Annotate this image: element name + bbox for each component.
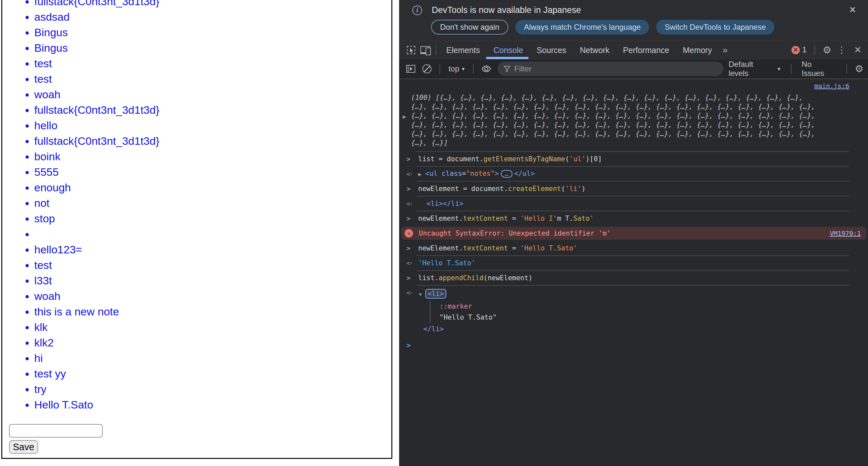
note-item: try	[34, 381, 159, 397]
console-result: <· 'Hello T.Sato'	[399, 256, 868, 270]
marker-pseudo-element[interactable]: ::marker	[439, 301, 497, 312]
console-input-line[interactable]: >	[399, 338, 868, 353]
divider	[439, 64, 440, 74]
note-item: enough	[34, 180, 159, 195]
note-item: klk	[34, 319, 159, 335]
result-string: 'Hello T.Sato'	[418, 259, 475, 268]
filter-placeholder: Filter	[515, 64, 531, 74]
prompt-chevron-icon: >	[407, 185, 418, 193]
console-prompt-icon: >	[407, 341, 411, 349]
tab-performance[interactable]: Performance	[616, 41, 676, 59]
log-levels-dropdown[interactable]: Default levels ▾	[726, 60, 783, 78]
code-token: class	[438, 170, 462, 177]
new-note-input[interactable]	[9, 424, 103, 438]
device-toolbar-icon[interactable]	[418, 41, 432, 59]
code-token: newElement.	[418, 214, 463, 222]
javascript-context-dropdown[interactable]: top ▾	[446, 64, 467, 74]
note-item: hello123=	[34, 242, 159, 257]
code-token: (	[561, 185, 565, 193]
prompt-chevron-icon: >	[407, 214, 418, 222]
code-token: Sato	[573, 214, 590, 222]
divider	[473, 64, 474, 74]
toolbar-right: Default levels ▾ No Issues ⚙	[726, 60, 864, 78]
tab-elements[interactable]: Elements	[439, 41, 487, 59]
collapse-triangle-icon[interactable]: ▼	[418, 290, 425, 299]
switch-devtools-japanese-button[interactable]: Switch DevTools to Japanese	[656, 20, 774, 35]
code-token: <ul	[425, 170, 438, 177]
result-dom-node: ▼<li> ::marker "Hello T.Sato" </li>	[418, 289, 497, 334]
code-token: 'ul'	[569, 155, 586, 163]
note-item: woah	[34, 87, 159, 102]
prompt-chevron-icon: >	[407, 244, 418, 252]
tab-memory[interactable]: Memory	[676, 41, 718, 59]
code-token: =	[462, 170, 466, 177]
command-text: newElement = document.createElement('li'…	[418, 184, 585, 193]
settings-gear-icon[interactable]: ⚙	[823, 45, 832, 55]
error-badge-count: 1	[802, 46, 807, 54]
note-item: l33t	[34, 273, 159, 288]
text-node[interactable]: "Hello T.Sato"	[439, 312, 497, 323]
live-expression-eye-icon[interactable]	[479, 62, 493, 76]
clear-console-icon[interactable]	[420, 62, 434, 76]
more-tabs-icon[interactable]: »	[719, 45, 732, 55]
kebab-menu-icon[interactable]: ⋮	[836, 45, 848, 55]
note-item: Bingus	[34, 40, 159, 56]
inspect-element-icon[interactable]	[404, 41, 418, 59]
dont-show-again-button[interactable]: Don't show again	[431, 20, 508, 35]
error-count-badge[interactable]: ✕ 1	[792, 46, 807, 54]
note-item: boink	[34, 149, 159, 164]
command-text: newElement.textContent = 'Hello T.Sato'	[418, 244, 578, 253]
infobar-actions: Don't show again Always match Chrome's l…	[431, 20, 868, 35]
code-token: =	[508, 214, 520, 222]
result-html: ▶<ul class="notes">…</ul>	[418, 169, 535, 179]
tab-console[interactable]: Console	[487, 41, 530, 59]
chevron-down-icon: ▾	[462, 66, 465, 72]
code-token: <li>	[428, 290, 444, 298]
console-command: > list.appendChild(newElement)	[399, 271, 868, 285]
close-devtools-icon[interactable]: ✕	[852, 45, 864, 55]
array-preview: (100) [{…}, {…}, {…}, {…}, {…}, {…}, {…}…	[411, 93, 819, 147]
code-token: 'Hello I'	[520, 214, 557, 222]
note-item: fullstack{C0nt3nt_3d1t3d}	[34, 102, 159, 118]
note-item: klk2	[34, 335, 159, 350]
code-token: )	[582, 185, 586, 193]
console-settings-gear-icon[interactable]: ⚙	[855, 64, 864, 74]
divider	[814, 45, 815, 55]
expand-children-icon[interactable]: …	[501, 170, 513, 178]
save-button[interactable]: Save	[9, 440, 38, 454]
expand-triangle-icon[interactable]: ▶	[418, 170, 425, 179]
source-link[interactable]: main.js:6	[814, 82, 849, 90]
prompt-chevron-icon: >	[407, 274, 418, 282]
issues-label: No Issues	[802, 60, 836, 78]
code-token: (	[565, 155, 569, 163]
code-token: 'Hello T.Sato'	[418, 259, 475, 267]
tab-network[interactable]: Network	[573, 41, 616, 59]
devtools-tabbar: Elements Console Sources Network Perform…	[399, 41, 868, 59]
code-token: '	[590, 214, 594, 222]
filter-input[interactable]: Filter	[498, 62, 723, 76]
divider	[791, 64, 792, 74]
always-match-language-button[interactable]: Always match Chrome's language	[516, 20, 649, 35]
command-text: list.appendChild(newElement)	[418, 273, 532, 283]
expand-triangle-icon[interactable]: ▶	[403, 114, 406, 119]
infobar-message: DevTools is now available in Japanese	[432, 5, 581, 15]
issues-counter[interactable]: No Issues	[799, 60, 839, 78]
note-item: test	[34, 257, 159, 273]
code-token: list = document.	[418, 155, 484, 163]
chevron-down-icon: ▾	[778, 66, 780, 72]
console-command: > newElement.textContent = 'Hello I'm T.…	[399, 211, 868, 226]
console-result-expanded: <· ▼<li> ::marker "Hello T.Sato" </li>	[399, 286, 868, 338]
notes-page: fullstack{C0nt3nt_3d1t3d}asdsadBingusBin…	[0, 0, 399, 466]
node-children: ::marker "Hello T.Sato"	[430, 301, 497, 323]
close-icon[interactable]: ✕	[849, 4, 857, 15]
console-sidebar-icon[interactable]	[404, 62, 417, 76]
note-item: fullstack{C0nt3nt_3d1t3d}	[34, 133, 159, 149]
code-token: <li></li>	[427, 200, 463, 207]
selected-li-node[interactable]: <li>	[425, 289, 446, 299]
console-toolbar: top ▾ Filter Default levels ▾	[399, 59, 868, 79]
note-item: test yy	[34, 366, 159, 381]
tab-sources[interactable]: Sources	[530, 41, 573, 59]
code-token: m T.	[557, 214, 574, 222]
error-source-link[interactable]: VM1970:1	[830, 229, 861, 237]
return-arrow-icon: <·	[407, 200, 418, 207]
